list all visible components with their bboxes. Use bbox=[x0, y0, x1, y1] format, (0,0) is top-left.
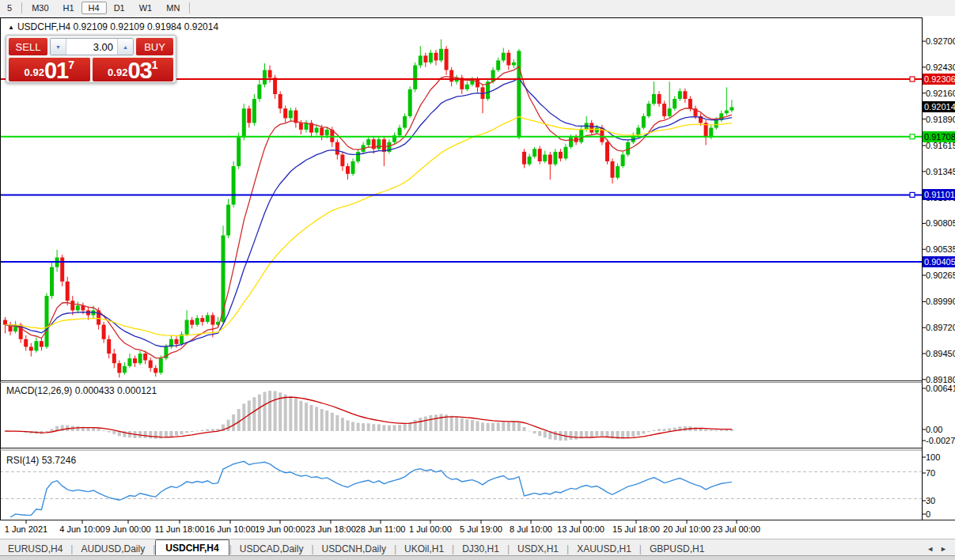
chart-tab-usdchf[interactable]: USDCHF,H4 bbox=[155, 539, 229, 556]
chart-tab-xauusd[interactable]: XAUUSD,H1 bbox=[569, 541, 639, 556]
buy-price-big: 03 bbox=[127, 60, 151, 81]
macd-axis-label: 0.00 bbox=[926, 425, 942, 434]
buy-price-sup: 1 bbox=[152, 59, 158, 71]
macd-axis-label: 0.006413 bbox=[926, 384, 955, 393]
chart-title: ▲USDCHF,H4 0.92109 0.92109 0.91984 0.920… bbox=[8, 21, 218, 32]
macd-name: MACD(12,26,9) bbox=[6, 385, 72, 396]
sell-price-sup: 7 bbox=[68, 59, 74, 71]
sell-button[interactable]: SELL bbox=[9, 38, 47, 55]
chart-tab-usdcnh[interactable]: USDCNH,Daily bbox=[314, 541, 394, 556]
chart-canvas[interactable] bbox=[0, 0, 955, 560]
price-axis-label: 0.90535 bbox=[926, 244, 955, 254]
rsi-current-value: 53.7246 bbox=[42, 455, 76, 466]
price-axis-label: 0.89720 bbox=[926, 323, 955, 332]
chart-tab-usdx[interactable]: USDX,H1 bbox=[510, 541, 567, 556]
chart-ohlc-values: 0.92109 0.92109 0.91984 0.92014 bbox=[74, 21, 219, 32]
buy-price-base: 0.92 bbox=[108, 66, 127, 78]
chart-tab-eurusd[interactable]: EURUSD,H4 bbox=[0, 541, 70, 556]
macd-axis-label: -0.002726 bbox=[926, 436, 955, 445]
sell-price-base: 0.92 bbox=[25, 66, 44, 78]
price-axis-label: 0.92700 bbox=[926, 36, 955, 46]
price-axis-label: 0.91615 bbox=[926, 141, 955, 150]
chevron-up-icon: ▲ bbox=[123, 44, 128, 50]
chart-tab-bar: EURUSD,H4|AUDUSD,Daily|USDCHF,H4|USDCAD,… bbox=[0, 539, 955, 556]
price-badge: 0.92306 bbox=[923, 74, 955, 85]
sell-price-big: 01 bbox=[44, 60, 68, 81]
price-axis-label: 0.89450 bbox=[926, 349, 955, 358]
rsi-name: RSI(14) bbox=[6, 455, 39, 466]
sell-price-button[interactable]: 0.92017 bbox=[9, 58, 90, 81]
buy-price-button[interactable]: 0.92031 bbox=[93, 58, 174, 81]
price-badge: 0.92014 bbox=[923, 101, 955, 112]
chart-tab-gbpusd[interactable]: GBPUSD,H1 bbox=[642, 541, 712, 556]
price-axis-label: 0.91345 bbox=[926, 167, 955, 176]
volume-stepper: ▼ 3.00 ▲ bbox=[50, 38, 134, 55]
chevron-down-icon: ▼ bbox=[55, 44, 61, 50]
volume-decrease-button[interactable]: ▼ bbox=[51, 39, 66, 55]
volume-input[interactable]: 3.00 bbox=[66, 39, 117, 55]
bottom-scrollbar[interactable] bbox=[0, 555, 955, 560]
chart-symbol-label: USDCHF,H4 bbox=[17, 21, 70, 32]
price-axis-label: 0.91890 bbox=[926, 115, 955, 124]
price-badge: 0.90405 bbox=[923, 256, 955, 267]
chart-tab-dj30[interactable]: DJ30,H1 bbox=[454, 541, 507, 556]
price-axis-label: 0.90805 bbox=[926, 218, 955, 228]
volume-increase-button[interactable]: ▲ bbox=[117, 39, 133, 55]
macd-current-values: 0.000433 0.000121 bbox=[75, 385, 157, 396]
rsi-axis-label: 100 bbox=[926, 452, 940, 462]
rsi-axis-label: 30 bbox=[926, 496, 935, 505]
rsi-indicator-title: RSI(14) 53.7246 bbox=[6, 455, 76, 466]
price-axis-label: 0.90265 bbox=[926, 271, 955, 280]
tab-scroll-left-icon[interactable]: ◄ bbox=[927, 545, 934, 553]
date-label: 23 Jul 00:00 bbox=[703, 524, 770, 534]
rsi-axis-label: 70 bbox=[926, 468, 935, 478]
buy-button[interactable]: BUY bbox=[136, 38, 173, 55]
macd-indicator-title: MACD(12,26,9) 0.000433 0.000121 bbox=[6, 385, 157, 396]
tab-scroll-arrows: ◄► bbox=[927, 545, 955, 556]
chart-tab-ukoil[interactable]: UKOil,H1 bbox=[396, 541, 452, 556]
one-click-trade-panel: SELL ▼ 3.00 ▲ BUY 0.92017 0.92031 bbox=[6, 35, 176, 83]
collapse-chart-icon[interactable]: ▲ bbox=[8, 24, 14, 31]
trading-terminal-window: 5M30H1H4D1W1MN ▲USDCHF,H4 0.92109 0.9210… bbox=[0, 0, 955, 560]
price-badge: 0.91101 bbox=[923, 189, 955, 200]
chart-tab-usdcad[interactable]: USDCAD,Daily bbox=[232, 541, 312, 556]
price-axis-label: 0.89990 bbox=[926, 297, 955, 306]
rsi-axis-label: 0 bbox=[926, 509, 930, 519]
tab-scroll-right-icon[interactable]: ► bbox=[940, 545, 947, 553]
price-axis-label: 0.92430 bbox=[926, 62, 955, 72]
price-badge: 0.91708 bbox=[923, 131, 955, 142]
chart-tab-audusd[interactable]: AUDUSD,Daily bbox=[73, 541, 153, 556]
price-axis-label: 0.92160 bbox=[926, 89, 955, 98]
